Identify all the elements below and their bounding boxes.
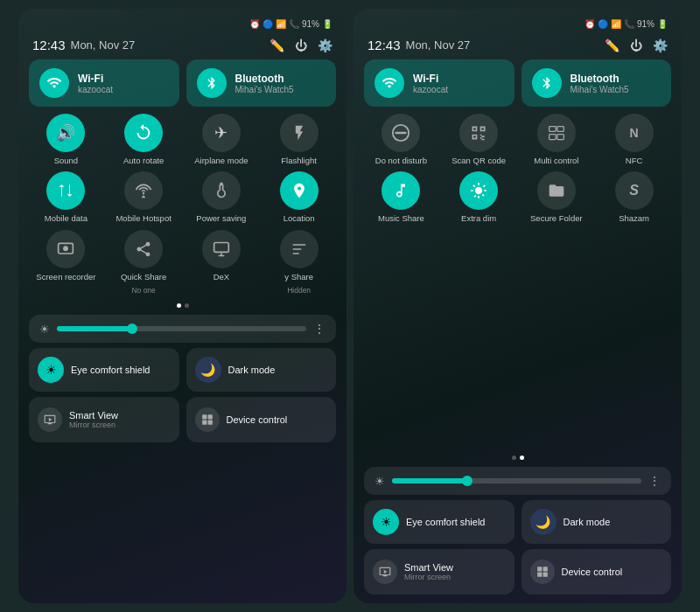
smart-view-sublabel-1: Mirror screen bbox=[69, 421, 118, 429]
dark-mode-tile-1[interactable]: 🌙 Dark mode bbox=[186, 348, 337, 392]
brightness-icon-2: ☀ bbox=[374, 475, 385, 488]
icon-grid-2: Do not disturb Scan QR code Multi contro… bbox=[364, 112, 671, 226]
battery-text: 91% bbox=[302, 19, 319, 29]
header-actions-1: ✏️ ⏻ ⚙️ bbox=[270, 38, 332, 52]
toggle-row-2: ☀ Eye comfort shield 🌙 Dark mode bbox=[364, 500, 671, 544]
brightness-bar[interactable] bbox=[57, 326, 306, 331]
bluetooth-sublabel-2: Mihai's Watch5 bbox=[570, 85, 629, 94]
device-control-icon-1 bbox=[195, 407, 220, 432]
hotspot-tile[interactable]: Mobile Hotspot bbox=[107, 171, 181, 224]
smart-view-text-2: Smart View Mirror screen bbox=[404, 562, 453, 581]
auto-rotate-tile[interactable]: Auto rotate bbox=[107, 114, 181, 166]
brightness-bar-2[interactable] bbox=[392, 478, 641, 483]
svg-rect-16 bbox=[537, 567, 542, 571]
eye-comfort-tile-2[interactable]: ☀ Eye comfort shield bbox=[364, 500, 514, 544]
shazam-icon: S bbox=[615, 171, 654, 210]
call-icon-2: 📞 bbox=[624, 19, 634, 29]
scan-qr-label: Scan QR code bbox=[452, 156, 506, 166]
flashlight-label: Flashlight bbox=[281, 156, 317, 166]
wifi-icon-2 bbox=[374, 68, 404, 98]
status-icons-2: ⏰ 🔵 📶 📞 91% 🔋 bbox=[584, 19, 668, 29]
nfc-icon: N bbox=[615, 114, 654, 152]
extra-dim-tile[interactable]: Extra dim bbox=[442, 171, 516, 224]
time-date-1: 12:43 bbox=[32, 38, 66, 52]
sound-tile[interactable]: 🔊 Sound bbox=[29, 114, 103, 166]
svg-rect-3 bbox=[214, 242, 229, 252]
svg-rect-11 bbox=[550, 127, 556, 132]
eye-comfort-icon-2: ☀ bbox=[373, 509, 399, 535]
svg-rect-14 bbox=[557, 135, 564, 140]
power-icon[interactable]: ⏻ bbox=[295, 38, 307, 52]
svg-marker-4 bbox=[49, 418, 52, 422]
share-label: y Share bbox=[284, 272, 313, 282]
brightness-knob-2 bbox=[462, 476, 472, 486]
secure-folder-icon bbox=[537, 171, 576, 210]
date-1: Mon, Nov 27 bbox=[71, 38, 136, 52]
dark-mode-icon-2: 🌙 bbox=[530, 509, 556, 535]
extra-dim-label: Extra dim bbox=[461, 213, 496, 224]
eye-comfort-icon-1: ☀ bbox=[38, 357, 64, 383]
bluetooth-tile-2[interactable]: Bluetooth Mihai's Watch5 bbox=[522, 59, 672, 107]
dex-tile[interactable]: DeX bbox=[185, 230, 259, 295]
mobile-data-tile[interactable]: Mobile data bbox=[29, 171, 103, 224]
brightness-fill bbox=[57, 326, 132, 331]
smart-view-icon-1 bbox=[38, 407, 62, 432]
share-tile[interactable]: y Share Hidden bbox=[262, 230, 336, 295]
smart-view-tile-1[interactable]: Smart View Mirror screen bbox=[29, 397, 179, 442]
share-icon bbox=[280, 230, 318, 268]
auto-rotate-icon bbox=[124, 114, 163, 152]
settings-icon[interactable]: ⚙️ bbox=[318, 38, 332, 52]
location-tile[interactable]: Location bbox=[262, 171, 336, 224]
eye-comfort-label-1: Eye comfort shield bbox=[71, 365, 150, 375]
do-not-disturb-label: Do not disturb bbox=[375, 156, 427, 166]
dot-2-1[interactable] bbox=[512, 456, 516, 460]
do-not-disturb-tile[interactable]: Do not disturb bbox=[364, 114, 438, 166]
scan-qr-tile[interactable]: Scan QR code bbox=[442, 114, 516, 166]
dot-2[interactable] bbox=[185, 303, 189, 308]
secure-folder-tile[interactable]: Secure Folder bbox=[520, 171, 594, 224]
nfc-tile[interactable]: N NFC bbox=[597, 114, 671, 166]
quick-share-label: Quick Share bbox=[121, 272, 166, 282]
smart-view-icon-2 bbox=[373, 560, 397, 584]
smart-view-tile-2[interactable]: Smart View Mirror screen bbox=[364, 549, 514, 595]
battery-icon-2: 🔋 bbox=[657, 19, 668, 29]
power-saving-tile[interactable]: Power saving bbox=[185, 171, 259, 224]
bluetooth-status-icon: 🔵 bbox=[262, 19, 273, 29]
power-saving-label: Power saving bbox=[196, 213, 246, 224]
quick-share-tile[interactable]: Quick Share No one bbox=[107, 230, 181, 295]
flashlight-tile[interactable]: Flashlight bbox=[262, 114, 336, 166]
smart-view-label-2: Smart View bbox=[404, 562, 453, 573]
device-control-tile-2[interactable]: Device control bbox=[522, 549, 672, 595]
eye-comfort-tile-1[interactable]: ☀ Eye comfort shield bbox=[29, 348, 179, 392]
shazam-tile[interactable]: S Shazam bbox=[597, 171, 671, 224]
alarm-icon: ⏰ bbox=[249, 19, 260, 29]
multi-control-tile[interactable]: Multi control bbox=[520, 114, 594, 166]
call-icon: 📞 bbox=[289, 19, 299, 29]
battery-icon: 🔋 bbox=[322, 19, 332, 29]
settings-icon-2[interactable]: ⚙️ bbox=[653, 38, 668, 52]
brightness-menu-icon[interactable]: ⋮ bbox=[313, 322, 326, 336]
nfc-label: NFC bbox=[626, 156, 643, 166]
dot-2-2[interactable] bbox=[520, 456, 524, 460]
brightness-2: ☀ ⋮ bbox=[364, 467, 671, 495]
signal-icon: 📶 bbox=[276, 19, 286, 29]
bluetooth-tile-1[interactable]: Bluetooth Mihai's Watch5 bbox=[186, 59, 337, 107]
power-icon-2[interactable]: ⏻ bbox=[630, 38, 642, 52]
pencil-icon-2[interactable]: ✏️ bbox=[605, 38, 620, 52]
music-share-tile[interactable]: Music Share bbox=[364, 171, 438, 224]
page-dots-1 bbox=[29, 302, 336, 309]
power-saving-icon bbox=[202, 171, 241, 210]
wifi-tile-2[interactable]: Wi-Fi kazoocat bbox=[364, 59, 514, 107]
dark-mode-tile-2[interactable]: 🌙 Dark mode bbox=[522, 500, 672, 544]
toggle-row-1: ☀ Eye comfort shield 🌙 Dark mode bbox=[29, 348, 336, 392]
dot-1[interactable] bbox=[177, 303, 181, 308]
pencil-icon[interactable]: ✏️ bbox=[270, 38, 284, 52]
airplane-tile[interactable]: ✈ Airplane mode bbox=[185, 114, 259, 166]
device-control-tile-1[interactable]: Device control bbox=[186, 397, 337, 442]
svg-marker-15 bbox=[384, 570, 388, 574]
time-2: 12:43 bbox=[368, 38, 401, 52]
screen-recorder-tile[interactable]: Screen recorder bbox=[29, 230, 103, 295]
brightness-menu-icon-2[interactable]: ⋮ bbox=[648, 474, 661, 488]
wifi-tile-1[interactable]: Wi-Fi kazoocat bbox=[29, 59, 179, 107]
top-tiles-1: Wi-Fi kazoocat Bluetooth Mihai's Watch5 bbox=[29, 59, 336, 107]
